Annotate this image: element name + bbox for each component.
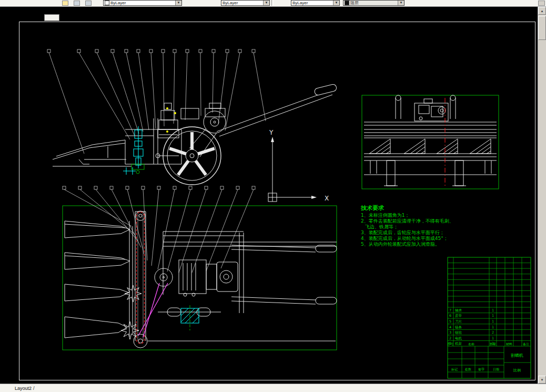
cad-application-window: Y X [0, 0, 546, 392]
tech-line: 4、装配完成后，从动轮与水平面成45°； [361, 236, 448, 241]
layer-states-icon[interactable] [85, 1, 92, 6]
layer-tool-icon[interactable] [62, 1, 68, 6]
tab-layout2[interactable]: Layout2 [15, 386, 32, 391]
linetype-control-value: ByLayer [223, 1, 263, 5]
svg-text:7: 7 [449, 308, 451, 313]
svg-text:链轮: 链轮 [454, 330, 462, 335]
svg-text:签字: 签字 [478, 367, 484, 371]
svg-text:3: 3 [449, 330, 451, 335]
scroll-down-icon[interactable]: ▼ [538, 376, 546, 384]
svg-text:1: 1 [492, 314, 494, 318]
svg-text:材料: 材料 [505, 342, 512, 346]
svg-text:5: 5 [449, 319, 451, 324]
tech-line: 1、未标注倒圆角为1； [361, 213, 409, 218]
svg-text:6: 6 [449, 314, 451, 318]
svg-text:机架: 机架 [455, 341, 462, 346]
svg-text:1: 1 [492, 341, 494, 346]
color-swatch [105, 1, 109, 5]
properties-toolbar: ByLayer ▼ ByLayer ▼ ByLayer ▼ 随层 ▼ [0, 0, 546, 7]
svg-text:皮带: 皮带 [455, 314, 462, 318]
svg-text:2: 2 [492, 330, 494, 335]
mini-panel [44, 14, 59, 21]
vertical-scrollbar[interactable]: ▲ ▼ [538, 7, 546, 384]
chevron-down-icon[interactable]: ▼ [175, 1, 181, 5]
svg-text:处数: 处数 [464, 367, 471, 371]
svg-text:2: 2 [449, 336, 451, 340]
svg-text:日期: 日期 [493, 367, 499, 371]
chevron-down-icon[interactable]: ▼ [263, 1, 269, 5]
ucs-y-label: Y [269, 129, 274, 136]
toolbar-grip [538, 1, 545, 6]
svg-text:轴承: 轴承 [455, 308, 462, 313]
color-control-dropdown[interactable]: ByLayer ▼ [103, 0, 182, 6]
toolbar-separator [271, 0, 274, 6]
svg-text:4: 4 [449, 325, 451, 329]
scrollbar-thumb[interactable] [538, 16, 546, 40]
svg-text:1: 1 [492, 319, 494, 324]
scale-label: 比例 [513, 368, 521, 373]
ucs-x-label: X [325, 195, 329, 202]
svg-text:1: 1 [492, 336, 494, 340]
layout-tab-bar: Layout2 / [0, 384, 546, 392]
drawing-name: 割晒机 [511, 353, 523, 358]
svg-text:刀片: 刀片 [455, 319, 462, 324]
linetype-control-dropdown[interactable]: ByLayer ▼ [221, 0, 270, 6]
plotstyle-swatch [345, 1, 349, 5]
svg-text:备注: 备注 [523, 342, 529, 346]
svg-text:标记: 标记 [451, 367, 458, 371]
svg-text:1: 1 [492, 308, 494, 313]
tech-line: 5、从动内外轮装配式应加入润滑脂。 [361, 242, 440, 247]
layer-previous-icon[interactable] [74, 1, 80, 6]
chevron-down-icon[interactable]: ▼ [333, 1, 339, 5]
scroll-up-icon[interactable]: ▲ [538, 7, 546, 15]
tech-requirements-title: 技术要求 [360, 205, 385, 212]
lineweight-control-dropdown[interactable]: ByLayer ▼ [291, 0, 340, 6]
plotstyle-control-dropdown[interactable]: 随层 ▼ [343, 0, 405, 6]
svg-text:链条: 链条 [454, 325, 462, 329]
lineweight-control-value: ByLayer [292, 1, 333, 5]
drawing-canvas[interactable]: Y X [0, 0, 546, 392]
tech-line: 3、装配完成后，齿轮应与水平面平行； [361, 230, 444, 235]
tech-line: 2、零件去装配前应清理干净，不得有毛刺、 [361, 218, 454, 224]
chevron-down-icon[interactable]: ▼ [398, 1, 404, 5]
svg-text:名称: 名称 [468, 342, 474, 346]
tab-separator: / [33, 386, 35, 391]
svg-text:电机: 电机 [455, 336, 462, 340]
color-control-value: ByLayer [110, 1, 175, 5]
tech-line: 飞边、铁屑等； [365, 224, 398, 229]
svg-text:1: 1 [449, 341, 451, 346]
plotstyle-control-value: 随层 [350, 1, 398, 5]
svg-text:1: 1 [492, 325, 494, 329]
